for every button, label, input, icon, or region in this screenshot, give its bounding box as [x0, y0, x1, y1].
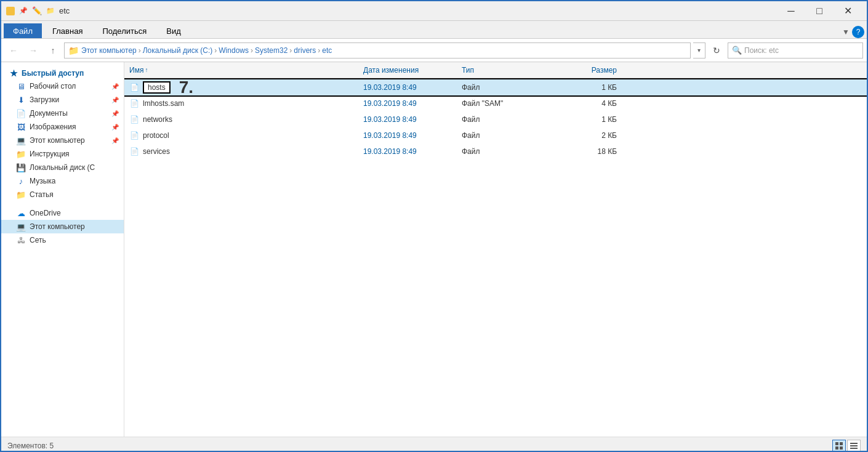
edit-icon: ✏️ — [32, 6, 42, 16]
protocol-type: Файл — [459, 131, 545, 140]
sidebar-item-music[interactable]: ♪ Музыка — [1, 174, 124, 188]
address-bar-area: ← → ↑ 📁 Этот компьютер › Локальный диск … — [1, 39, 867, 62]
help-icon[interactable]: ? — [852, 26, 864, 38]
ribbon-expand-icon[interactable]: ▼ — [842, 28, 850, 36]
breadcrumb-windows[interactable]: Windows — [219, 46, 249, 55]
networks-type: Файл — [459, 115, 545, 124]
list-view-button[interactable] — [832, 440, 846, 452]
col-header-size[interactable]: Размер — [545, 66, 619, 75]
breadcrumb-disk[interactable]: Локальный диск (C:) — [143, 46, 213, 55]
file-row-services[interactable]: 📄 services 19.03.2019 8:49 Файл 18 КБ — [124, 143, 867, 159]
search-placeholder: Поиск: etc — [744, 46, 779, 55]
svg-rect-6 — [850, 448, 858, 449]
sidebar-item-thispc-quick[interactable]: 💻 Этот компьютер 📌 — [1, 134, 124, 147]
lmhosts-type: Файл "SAM" — [459, 99, 545, 108]
onedrive-icon: ☁ — [16, 208, 26, 218]
hosts-type: Файл — [459, 83, 545, 92]
address-folder-icon: 📁 — [68, 46, 79, 55]
images-pin-icon: 📌 — [111, 124, 121, 131]
up-button[interactable]: ↑ — [44, 42, 62, 59]
file-name-protocol: 📄 protocol — [127, 131, 361, 140]
maximize-button[interactable]: □ — [805, 1, 834, 21]
services-filename: services — [143, 147, 170, 156]
images-icon: 🖼 — [16, 122, 26, 132]
hosts-name-box: hosts — [143, 81, 171, 94]
sidebar-item-desktop[interactable]: 🖥 Рабочий стол 📌 — [1, 79, 124, 93]
protocol-filename: protocol — [143, 131, 169, 140]
status-bar: Элементов: 5 — [1, 437, 867, 452]
grid-view-button[interactable] — [847, 440, 861, 452]
tab-file[interactable]: Файл — [4, 23, 42, 38]
downloads-pin-icon: 📌 — [111, 97, 121, 103]
file-area: Имя ↑ Дата изменения Тип Размер 📄 — [124, 62, 867, 437]
search-bar[interactable]: 🔍 Поиск: etc — [728, 42, 863, 59]
networks-date: 19.03.2019 8:49 — [361, 115, 459, 124]
col-header-type[interactable]: Тип — [459, 66, 545, 75]
sidebar-item-downloads[interactable]: ⬇ Загрузки 📌 — [1, 93, 124, 107]
network-icon: 🖧 — [16, 235, 26, 245]
elements-count: Элементов: 5 — [7, 442, 54, 450]
svg-rect-5 — [850, 445, 858, 446]
breadcrumb-system32[interactable]: System32 — [255, 46, 287, 55]
address-bar[interactable]: 📁 Этот компьютер › Локальный диск (C:) ›… — [64, 42, 691, 59]
protocol-date: 19.03.2019 8:49 — [361, 131, 459, 140]
close-button[interactable]: ✕ — [834, 1, 862, 21]
svg-rect-0 — [835, 442, 838, 445]
file-row-networks[interactable]: 📄 networks 19.03.2019 8:49 Файл 1 КБ — [124, 111, 867, 127]
folder-icon-title: 📁 — [46, 6, 55, 16]
sidebar-item-images[interactable]: 🖼 Изображения 📌 — [1, 120, 124, 134]
lmhosts-date: 19.03.2019 8:49 — [361, 99, 459, 108]
breadcrumb-drivers[interactable]: drivers — [294, 46, 316, 55]
title-bar-left: 📌 ✏️ 📁 etc — [6, 6, 70, 16]
sidebar-thispc-label: Этот компьютер — [30, 222, 85, 231]
breadcrumb-etc[interactable]: etc — [322, 46, 332, 55]
sidebar-item-thispc[interactable]: 💻 Этот компьютер — [1, 220, 124, 233]
lmhosts-size: 4 КБ — [545, 99, 619, 108]
file-name-hosts: 📄 hosts 7. — [127, 78, 361, 97]
sidebar-local-drive-label: Локальный диск (С — [30, 163, 95, 172]
breadcrumb-computer[interactable]: Этот компьютер — [81, 46, 137, 55]
lmhosts-filename: lmhosts.sam — [143, 99, 184, 108]
thispc-pin-icon: 📌 — [111, 137, 121, 144]
sidebar-item-onedrive[interactable]: ☁ OneDrive — [1, 206, 124, 220]
ribbon: Файл Главная Поделиться Вид ▼ ? — [1, 21, 867, 39]
refresh-button[interactable]: ↻ — [708, 42, 725, 59]
back-button[interactable]: ← — [5, 42, 22, 59]
sidebar-item-instruktsiya[interactable]: 📁 Инструкция — [1, 147, 124, 161]
tab-home[interactable]: Главная — [43, 23, 92, 38]
services-size: 18 КБ — [545, 147, 619, 156]
col-header-name[interactable]: Имя ↑ — [127, 66, 361, 75]
file-row-lmhosts[interactable]: 📄 lmhosts.sam 19.03.2019 8:49 Файл "SAM"… — [124, 95, 867, 111]
list-view-icon — [835, 442, 843, 450]
sidebar-item-documents[interactable]: 📄 Документы 📌 — [1, 107, 124, 120]
sidebar-item-statya[interactable]: 📁 Статья — [1, 188, 124, 201]
sort-arrow-icon: ↑ — [145, 67, 148, 73]
ribbon-right: ▼ ? — [842, 26, 864, 38]
svg-rect-2 — [835, 446, 838, 450]
view-buttons — [832, 440, 861, 452]
protocol-file-icon: 📄 — [129, 131, 139, 140]
sidebar-item-local-drive[interactable]: 💾 Локальный диск (С — [1, 161, 124, 174]
minimize-button[interactable]: ─ — [777, 1, 805, 21]
documents-pin-icon: 📌 — [111, 110, 121, 117]
file-name-networks: 📄 networks — [127, 115, 361, 124]
grid-view-icon — [850, 442, 858, 450]
address-dropdown-button[interactable]: ▾ — [693, 42, 705, 59]
tab-view[interactable]: Вид — [157, 23, 190, 38]
file-row-hosts[interactable]: 📄 hosts 7. 19.03.2019 8:49 Файл 1 КБ — [124, 79, 867, 95]
instruktsiya-folder-icon: 📁 — [16, 149, 26, 159]
forward-button[interactable]: → — [25, 42, 42, 59]
networks-filename: networks — [143, 115, 172, 124]
file-row-protocol[interactable]: 📄 protocol 19.03.2019 8:49 Файл 2 КБ — [124, 127, 867, 143]
music-icon: ♪ — [16, 176, 26, 186]
col-header-date[interactable]: Дата изменения — [361, 66, 459, 75]
svg-rect-1 — [840, 442, 843, 445]
window-title: etc — [59, 6, 70, 15]
sidebar-music-label: Музыка — [30, 177, 55, 185]
sidebar-item-network[interactable]: 🖧 Сеть — [1, 233, 124, 247]
sidebar-section-quick-access[interactable]: ★ Быстрый доступ — [1, 65, 124, 79]
services-type: Файл — [459, 147, 545, 156]
tab-share[interactable]: Поделиться — [93, 23, 156, 38]
sidebar-instruktsiya-label: Инструкция — [30, 150, 70, 158]
sidebar-thispc-quick-label: Этот компьютер — [30, 136, 85, 145]
